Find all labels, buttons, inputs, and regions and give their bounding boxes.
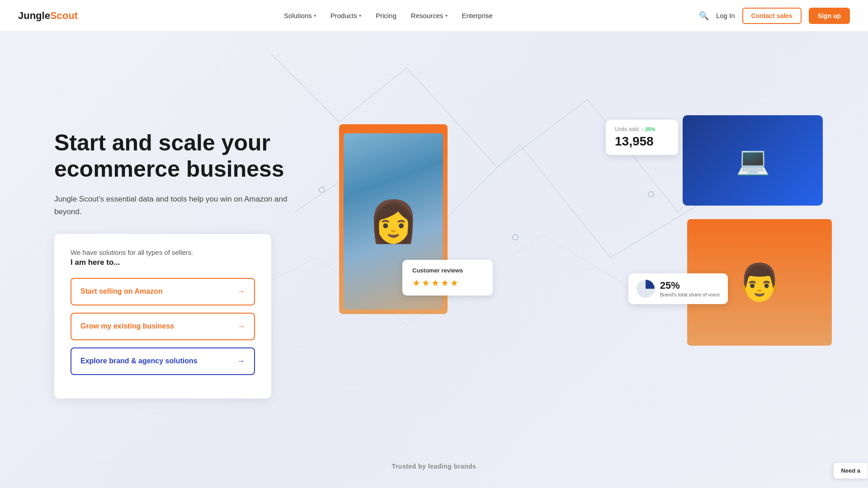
nav-pricing[interactable]: Pricing: [376, 12, 396, 19]
star-3: ★: [431, 277, 439, 288]
star-half: ★: [450, 277, 458, 288]
signup-button[interactable]: Sign up: [809, 8, 850, 24]
arrow-right-icon: →: [237, 322, 245, 331]
arrow-right-icon: →: [237, 287, 245, 296]
laptop-card: 💻: [683, 115, 823, 206]
brand-share-widget: 25% Brand's total share of voice: [628, 273, 728, 304]
contact-sales-button[interactable]: Contact sales: [742, 8, 802, 24]
hero-right: 👩 💻 Units sold ↑ 25% 13,958 Customer rev…: [316, 111, 832, 418]
hero-title: Start and scale your ecommerce business: [54, 130, 298, 182]
trusted-section: Trusted by leading brands: [0, 463, 868, 470]
star-2: ★: [422, 277, 430, 288]
hero-left: Start and scale your ecommerce business …: [54, 130, 316, 398]
star-4: ★: [441, 277, 449, 288]
man-image: 👨: [737, 261, 782, 304]
main-nav: JungleScout Solutions ▾ Products ▾ Prici…: [0, 0, 868, 32]
chevron-down-icon: ▾: [314, 13, 316, 18]
units-sold-widget: Units sold ↑ 25% 13,958: [606, 120, 678, 155]
units-number: 13,958: [615, 134, 669, 149]
units-change: ↑ 25%: [642, 127, 656, 132]
customer-reviews-widget: Customer reviews ★ ★ ★ ★ ★: [402, 260, 493, 296]
arrow-right-icon: →: [237, 357, 245, 366]
pie-chart: [637, 280, 655, 298]
reviews-label: Customer reviews: [412, 267, 483, 274]
start-selling-button[interactable]: Start selling on Amazon →: [71, 278, 255, 305]
search-button[interactable]: 🔍: [699, 11, 709, 21]
chevron-down-icon: ▾: [359, 13, 361, 18]
explore-brand-button[interactable]: Explore brand & agency solutions →: [71, 347, 255, 375]
nav-resources[interactable]: Resources ▾: [411, 12, 448, 19]
cta-intro: We have solutions for all types of selle…: [71, 249, 255, 256]
hero-subtitle: Jungle Scout's essential data and tools …: [54, 193, 298, 217]
cta-iam: I am here to...: [71, 258, 255, 267]
nav-solutions[interactable]: Solutions ▾: [284, 12, 316, 19]
logo-scout: Scout: [50, 10, 78, 22]
cta-card: We have solutions for all types of selle…: [54, 234, 271, 399]
logo[interactable]: JungleScout: [18, 10, 78, 22]
nav-products[interactable]: Products ▾: [330, 12, 361, 19]
trusted-text: Trusted by leading brands: [0, 463, 868, 470]
grow-business-button[interactable]: Grow my existing business →: [71, 313, 255, 340]
logo-jungle: Jungle: [18, 10, 50, 22]
chevron-down-icon: ▾: [445, 13, 448, 18]
nav-right: 🔍 Log In Contact sales Sign up: [699, 8, 850, 24]
brand-percentage: 25%: [660, 280, 720, 291]
need-help-button[interactable]: Need a: [833, 462, 868, 479]
hero-section: Start and scale your ecommerce business …: [0, 32, 868, 488]
star-1: ★: [412, 277, 420, 288]
nav-links: Solutions ▾ Products ▾ Pricing Resources…: [284, 12, 493, 19]
units-label: Units sold ↑ 25%: [615, 126, 669, 132]
nav-enterprise[interactable]: Enterprise: [462, 12, 493, 19]
brand-label: Brand's total share of voice: [660, 291, 720, 298]
login-button[interactable]: Log In: [716, 12, 735, 19]
star-rating: ★ ★ ★ ★ ★: [412, 277, 483, 288]
